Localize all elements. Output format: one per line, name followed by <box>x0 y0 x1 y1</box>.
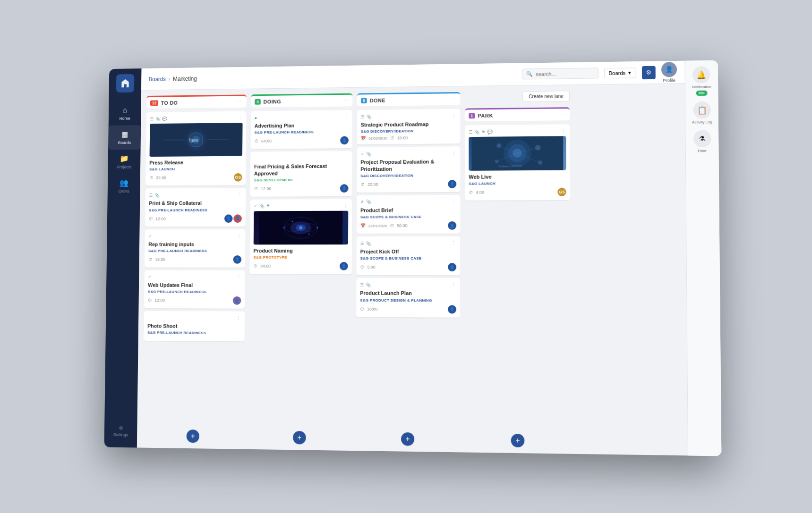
card-title: Web Live <box>469 173 566 180</box>
card-print-ship[interactable]: ☰ 📎 ⋮ Print & Ship Collateral S&G PRE-LA… <box>145 188 246 226</box>
settings-button[interactable]: ⚙ <box>641 66 655 79</box>
card-avatar: 👤 <box>448 221 456 230</box>
lane-header-doing: 3 DOING ⋯ <box>251 93 352 107</box>
card-menu-icon[interactable]: ⋮ <box>343 155 348 161</box>
card-time: 10:00 <box>397 135 407 140</box>
svg-text:Published: 12/07/2019: Published: 12/07/2019 <box>499 165 522 168</box>
card-menu-icon[interactable]: ⋮ <box>236 315 241 321</box>
card-avatar: 👤 <box>232 296 241 305</box>
card-time: 4:00 <box>476 190 484 194</box>
lane-menu-icon[interactable]: ⋯ <box>343 97 349 103</box>
card-time: 32:00 <box>156 176 166 180</box>
sidebar-item-projects[interactable]: 📁 Projects <box>108 149 140 174</box>
settings-icon: ⚙ <box>119 425 123 430</box>
card-menu-icon[interactable]: ⋮ <box>451 112 456 118</box>
boards-icon: ▦ <box>121 130 128 139</box>
card-title: Rep training inputs <box>148 241 241 247</box>
sidebar-settings[interactable]: ⚙ Settings <box>110 420 130 442</box>
sidebar-item-home[interactable]: ⌂ Home <box>108 101 141 125</box>
card-product-naming[interactable]: ✓ 📎 ⚑ ⋮ <box>249 199 352 274</box>
clock-icon: ⏱ <box>360 265 364 269</box>
card-icon-attach: 📎 <box>155 116 160 121</box>
doing-cards: ● ⋮ Advertising Plan S&G PRE-LAUNCH READ… <box>248 110 352 426</box>
activity-log-button[interactable]: 📋 Activity Log <box>692 101 712 124</box>
card-web-live[interactable]: ☰ 📎 ⚑ 💬 ⋮ <box>465 124 570 201</box>
lane-header-todo: 12 TO DO ⋯ <box>146 94 247 109</box>
card-avatar: 👤 <box>340 184 348 193</box>
card-menu-icon[interactable]: ⋮ <box>343 114 349 120</box>
filter-icon: ⚗ <box>693 130 711 147</box>
projects-icon: 📁 <box>120 154 128 163</box>
search-input[interactable] <box>536 70 583 76</box>
screen-wrapper: ⌂ Home ▦ Boards 📁 Projects 👥 OKRs ⚙ Sett… <box>104 60 721 456</box>
create-lane-button[interactable]: Create new lane <box>522 91 570 102</box>
profile-avatar[interactable]: 👤 <box>661 61 676 77</box>
card-press-release[interactable]: ☰ 📎 💬 ⋮ <box>145 111 246 185</box>
clock-icon: ⏱ <box>253 264 257 269</box>
add-card-todo[interactable]: + <box>186 429 199 443</box>
boards-dropdown[interactable]: Boards ▼ <box>604 67 636 78</box>
card-tag: S&G PRE-LAUNCH READINESS <box>148 289 241 294</box>
sidebar-item-okrs[interactable]: 👥 OKRs <box>107 174 140 198</box>
card-time: 64:00 <box>261 139 272 143</box>
card-avatar: 👤 <box>447 305 456 313</box>
main-content: Boards › Marketing 🔍 Boards ▼ ⚙ 👤 Profil… <box>137 60 687 455</box>
card-product-brief[interactable]: ✗ 📎 ⋮ Product Brief S&G SCOPE & BUSINESS… <box>356 194 460 234</box>
card-final-pricing[interactable]: ⋮ Final Pricing & Sales Forecast Approve… <box>250 151 352 197</box>
card-tag: S&G PRE-LAUNCH READINESS <box>147 330 241 335</box>
card-photo-shoot[interactable]: ⋮ Photo Shoot S&G PRE-LAUNCH READINESS <box>144 311 245 342</box>
card-menu-icon[interactable]: ⋮ <box>451 198 456 204</box>
calendar-icon: 📅 <box>360 223 365 228</box>
lane-menu-icon[interactable]: ⋯ <box>451 96 456 102</box>
card-menu-icon[interactable]: ⋮ <box>451 150 456 156</box>
todo-cards: ☰ 📎 💬 ⋮ <box>143 111 246 424</box>
notification-button[interactable]: 🔔 Notification 99+ <box>692 66 711 96</box>
card-strategic-roadmap[interactable]: ☰ 📎 ⋮ Strategic Product Roadmap S&G DISC… <box>357 109 460 144</box>
breadcrumb-boards[interactable]: Boards <box>148 76 165 82</box>
card-title: Final Pricing & Sales Forecast Approved <box>254 162 348 176</box>
card-avatar: 👤 <box>233 255 241 263</box>
card-menu-icon[interactable]: ⋮ <box>237 192 242 198</box>
lane-menu-icon[interactable]: ⋯ <box>238 99 243 105</box>
card-project-kickoff[interactable]: ☰ 📎 ⋮ Project Kick Off S&G SCOPE & BUSIN… <box>356 236 460 276</box>
card-menu-icon[interactable]: ⋮ <box>343 202 348 209</box>
card-avatar: 👤 <box>340 136 349 144</box>
sidebar-logo[interactable] <box>116 74 134 92</box>
card-title: Web Updates Final <box>148 281 241 288</box>
lane-header-done: 5 DONE ⋯ <box>357 92 460 106</box>
card-rep-training[interactable]: ✓ ⋮ Rep training inputs S&G PRE-LAUNCH R… <box>145 229 245 267</box>
card-title: Product Launch Plan <box>360 290 456 297</box>
add-card-done[interactable]: + <box>401 432 414 446</box>
card-time: 12:00 <box>155 216 166 221</box>
home-icon: ⌂ <box>122 106 127 114</box>
filter-button[interactable]: ⚗ Filter <box>693 130 711 153</box>
clock-icon: ⏱ <box>360 306 364 311</box>
card-menu-icon[interactable]: ⋮ <box>451 240 456 246</box>
add-card-doing[interactable]: + <box>292 431 306 445</box>
sidebar: ⌂ Home ▦ Boards 📁 Projects 👥 OKRs ⚙ Sett… <box>104 68 141 447</box>
add-card-park[interactable]: + <box>511 434 524 447</box>
card-advertising[interactable]: ● ⋮ Advertising Plan S&G PRE-LAUNCH READ… <box>250 110 352 149</box>
card-menu-icon[interactable]: ⋮ <box>236 274 241 280</box>
clock-icon: ⏱ <box>390 135 394 140</box>
card-project-proposal[interactable]: ✓ 📎 ⋮ Project Proposal Evaluation & Prio… <box>357 146 460 192</box>
card-product-launch[interactable]: ☰ 📎 ⋮ Product Launch Plan S&G PRODUCT DE… <box>356 278 460 317</box>
sidebar-label-okrs: OKRs <box>118 189 129 193</box>
card-menu-icon[interactable]: ⋮ <box>561 128 566 134</box>
card-title: Print & Ship Collateral <box>149 200 242 207</box>
notification-icon: 🔔 <box>692 66 710 84</box>
card-tag: S&G PRODUCT DESIGN & PLANNING <box>360 298 456 303</box>
sidebar-item-boards[interactable]: ▦ Boards <box>108 125 141 150</box>
card-web-updates[interactable]: ✓ ⋮ Web Updates Final S&G PRE-LAUNCH REA… <box>144 270 245 309</box>
card-tag: S&G DISCOVERY/IDEATION <box>360 173 456 177</box>
card-menu-icon[interactable]: ⋮ <box>237 115 242 121</box>
todo-count: 12 <box>150 100 158 105</box>
notification-label: Notification <box>692 84 711 89</box>
card-menu-icon[interactable]: ⋮ <box>451 282 456 288</box>
card-time: 12:00 <box>261 186 271 191</box>
lane-menu-icon[interactable]: ⋯ <box>560 111 565 118</box>
card-image-dark <box>253 210 348 244</box>
todo-title: TO DO <box>161 99 235 105</box>
card-menu-icon[interactable]: ⋮ <box>236 233 241 239</box>
card-time: 34:00 <box>260 264 270 269</box>
